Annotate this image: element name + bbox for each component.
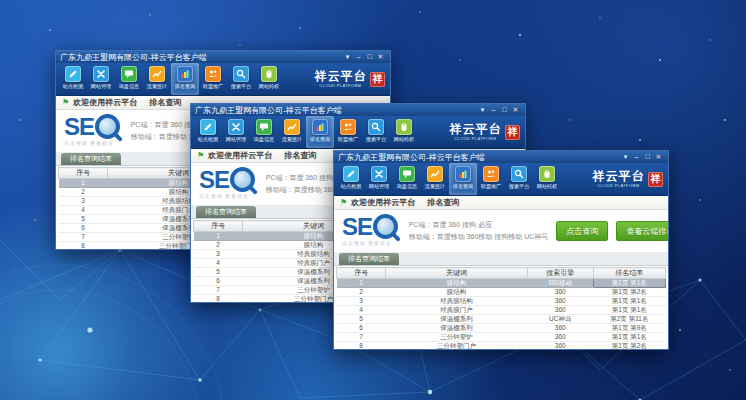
tab-rank-results[interactable]: 排名查询结果 <box>339 253 399 265</box>
skin-button[interactable]: ▾ <box>342 51 353 63</box>
table-row[interactable]: 2膜结构360第1页 第2名 <box>337 288 666 297</box>
row-no[interactable]: 3 <box>337 297 386 306</box>
row-no[interactable]: 7 <box>194 286 243 295</box>
col-index[interactable]: 序号 <box>59 168 108 179</box>
toolbar-item-site-manage[interactable]: 网站管理 <box>222 116 250 148</box>
row-keyword[interactable]: 保温棚系列 <box>386 315 527 324</box>
row-no[interactable]: 6 <box>59 224 108 233</box>
row-keyword[interactable]: 膜结构 <box>386 288 527 297</box>
row-rank[interactable]: 第2页 第11名 <box>593 315 665 324</box>
row-engine[interactable]: 360移动 <box>527 279 593 288</box>
row-no[interactable]: 5 <box>194 268 243 277</box>
close-button[interactable]: ✕ <box>510 104 521 116</box>
toolbar-item-search-platform[interactable]: 搜索平台 <box>362 116 390 148</box>
row-rank[interactable]: 第1页 第1名 <box>593 333 665 342</box>
col-index[interactable]: 序号 <box>337 268 386 279</box>
row-no[interactable]: 6 <box>337 324 386 333</box>
row-no[interactable]: 4 <box>59 206 108 215</box>
row-keyword[interactable]: 经典膜门户 <box>386 306 527 315</box>
toolbar-item-union-promo[interactable]: 联盟推广 <box>334 116 362 148</box>
toolbar-item-union-promo[interactable]: 联盟推广 <box>199 63 227 95</box>
toolbar-item-site-manage[interactable]: 网站管理 <box>365 163 393 195</box>
toolbar-item-site-manage[interactable]: 网站管理 <box>87 63 115 95</box>
toolbar-item-traffic-stats[interactable]: 流量统计 <box>421 163 449 195</box>
toolbar-item-rank-query[interactable]: 排名查询 <box>306 116 334 148</box>
minimize-button[interactable]: – <box>488 104 499 116</box>
row-no[interactable]: 2 <box>59 188 108 197</box>
row-rank[interactable]: 第1页 第2名 <box>593 288 665 297</box>
cloud-rank-button[interactable]: 查看云端排名 <box>616 221 668 241</box>
row-engine[interactable]: 360 <box>527 342 593 350</box>
row-engine[interactable]: 360 <box>527 288 593 297</box>
skin-button[interactable]: ▾ <box>477 104 488 116</box>
row-keyword[interactable]: 三分钟塑门户 <box>386 342 527 350</box>
row-no[interactable]: 4 <box>194 259 243 268</box>
toolbar-item-site-check[interactable]: 站点检测 <box>194 116 222 148</box>
table-row[interactable]: 3经典膜结构360第1页 第1名 <box>337 297 666 306</box>
toolbar-item-inquiry-info[interactable]: 询盘信息 <box>250 116 278 148</box>
col-index[interactable]: 序号 <box>194 221 243 232</box>
row-no[interactable]: 7 <box>337 333 386 342</box>
table-row[interactable]: 8三分钟塑门户360第1页 第2名 <box>337 342 666 350</box>
row-no[interactable]: 6 <box>194 277 243 286</box>
col-keyword[interactable]: 关键词 <box>386 268 527 279</box>
row-no[interactable]: 5 <box>59 215 108 224</box>
toolbar-item-search-platform[interactable]: 搜索平台 <box>505 163 533 195</box>
row-no[interactable]: 1 <box>194 232 243 241</box>
row-no[interactable]: 2 <box>337 288 386 297</box>
toolbar-item-search-platform[interactable]: 搜索平台 <box>227 63 255 95</box>
row-no[interactable]: 4 <box>337 306 386 315</box>
query-button[interactable]: 点击查询 <box>556 221 608 241</box>
row-rank[interactable]: 第1页 第9名 <box>593 324 665 333</box>
close-button[interactable]: ✕ <box>653 151 664 163</box>
row-keyword[interactable]: 经典膜结构 <box>386 297 527 306</box>
toolbar-item-rank-query[interactable]: 排名查询 <box>449 163 477 195</box>
table-row[interactable]: 5保温棚系列UC神马第2页 第11名 <box>337 315 666 324</box>
table-row[interactable]: 4经典膜门户360第1页 第1名 <box>337 306 666 315</box>
minimize-button[interactable]: – <box>631 151 642 163</box>
tab-rank-results[interactable]: 排名查询结果 <box>61 153 121 165</box>
toolbar-item-site-check[interactable]: 站点检测 <box>59 63 87 95</box>
toolbar-item-site-check[interactable]: 站点检测 <box>337 163 365 195</box>
app-window-front[interactable]: 广东九鼎王盟网有限公司-祥云平台客户端 ▾ – □ ✕ 站点检测网站管理询盘信息… <box>333 150 669 350</box>
maximize-button[interactable]: □ <box>499 104 510 116</box>
maximize-button[interactable]: □ <box>642 151 653 163</box>
skin-button[interactable]: ▾ <box>620 151 631 163</box>
table-row[interactable]: 6保温棚系列360第1页 第9名 <box>337 324 666 333</box>
row-engine[interactable]: 360 <box>527 306 593 315</box>
toolbar-item-inquiry-info[interactable]: 询盘信息 <box>393 163 421 195</box>
toolbar-item-traffic-stats[interactable]: 流量统计 <box>278 116 306 148</box>
row-keyword[interactable]: 保温棚系列 <box>386 324 527 333</box>
row-engine[interactable]: 360 <box>527 333 593 342</box>
row-no[interactable]: 8 <box>337 342 386 350</box>
row-rank[interactable]: 第1页 第1名 <box>593 297 665 306</box>
minimize-button[interactable]: – <box>353 51 364 63</box>
toolbar-item-inquiry-info[interactable]: 询盘信息 <box>115 63 143 95</box>
row-engine[interactable]: 360 <box>527 297 593 306</box>
toolbar-item-union-promo[interactable]: 联盟推广 <box>477 163 505 195</box>
row-keyword[interactable]: 膜结构 <box>386 279 527 288</box>
row-no[interactable]: 7 <box>59 233 108 242</box>
toolbar-item-site-privilege[interactable]: 网站特权 <box>390 116 418 148</box>
toolbar-item-site-privilege[interactable]: 网站特权 <box>533 163 561 195</box>
row-no[interactable]: 8 <box>194 295 243 303</box>
toolbar-item-rank-query[interactable]: 排名查询 <box>171 63 199 95</box>
row-no[interactable]: 2 <box>194 241 243 250</box>
toolbar-item-site-privilege[interactable]: 网站特权 <box>255 63 283 95</box>
row-no[interactable]: 1 <box>337 279 386 288</box>
row-engine[interactable]: 360 <box>527 324 593 333</box>
col-rank[interactable]: 排名结果 <box>593 268 665 279</box>
close-button[interactable]: ✕ <box>375 51 386 63</box>
table-row[interactable]: 7三分钟塑炉360第1页 第1名 <box>337 333 666 342</box>
row-no[interactable]: 3 <box>194 250 243 259</box>
row-rank[interactable]: 第1页 第1名 <box>593 279 665 288</box>
row-keyword[interactable]: 三分钟塑炉 <box>386 333 527 342</box>
row-no[interactable]: 5 <box>337 315 386 324</box>
row-no[interactable]: 8 <box>59 242 108 250</box>
row-no[interactable]: 1 <box>59 179 108 188</box>
col-engine[interactable]: 搜索引擎 <box>527 268 593 279</box>
table-row[interactable]: 1膜结构360移动第1页 第1名 <box>337 279 666 288</box>
row-rank[interactable]: 第1页 第1名 <box>593 306 665 315</box>
toolbar-item-traffic-stats[interactable]: 流量统计 <box>143 63 171 95</box>
maximize-button[interactable]: □ <box>364 51 375 63</box>
